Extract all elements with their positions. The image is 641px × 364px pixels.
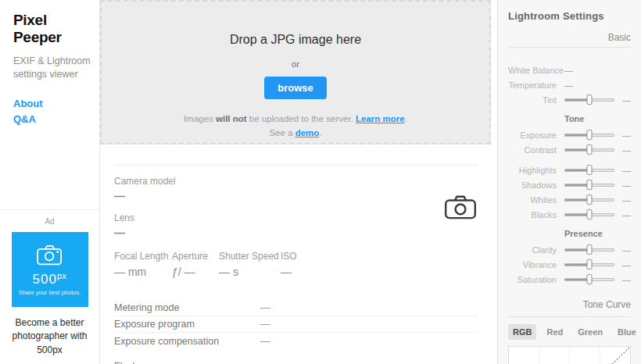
saturation-slider[interactable] xyxy=(564,274,614,284)
vibrance-label: Vibrance xyxy=(508,260,557,269)
shadows-row: Shadows — xyxy=(508,177,631,192)
tab-red[interactable]: Red xyxy=(542,324,568,340)
tint-row: Tint — xyxy=(508,92,631,107)
shadows-label: Shadows xyxy=(508,180,557,190)
note-period: . xyxy=(405,114,407,123)
metering-mode-row: Metering mode — xyxy=(114,300,478,316)
whites-slider[interactable] xyxy=(564,194,614,205)
exif-panel: Camera model — Lens — Focal Length — mm … xyxy=(100,165,497,364)
focal-length-stat: Focal Length — mm xyxy=(114,251,172,278)
highlights-value: — xyxy=(622,166,631,175)
presence-section-header: Presence xyxy=(564,229,631,238)
exposure-value: — xyxy=(622,130,631,140)
ad-tagline: Share your best photos. xyxy=(19,289,81,296)
white-balance-label: White Balance xyxy=(508,66,557,75)
clarity-label: Clarity xyxy=(508,245,557,255)
flash-row: Flash — xyxy=(114,359,478,364)
aperture-label: Aperture xyxy=(172,251,219,262)
tint-slider[interactable] xyxy=(564,95,614,105)
whites-row: Whites — xyxy=(508,192,631,207)
ad-brand-px: px xyxy=(57,272,67,280)
nav-link-about[interactable]: About xyxy=(13,98,87,109)
browse-button[interactable]: browse xyxy=(264,77,327,99)
lightroom-title: Lightroom Settings xyxy=(508,10,631,22)
main-content: Drop a JPG image here or browse Images w… xyxy=(100,0,497,364)
exif-stats-row: Focal Length — mm Aperture ƒ/ — Shutter … xyxy=(114,251,478,278)
app-subtitle: EXIF & Lightroom settings viewer xyxy=(13,55,91,81)
shutter-speed-stat: Shutter Speed — s xyxy=(219,251,281,278)
tab-blue[interactable]: Blue xyxy=(613,324,641,340)
focal-length-label: Focal Length xyxy=(114,251,172,262)
saturation-label: Saturation xyxy=(508,275,557,284)
temperature-label: Temperature xyxy=(508,80,557,90)
saturation-row: Saturation — xyxy=(508,272,631,287)
blacks-row: Blacks — xyxy=(508,207,631,222)
iso-label: ISO xyxy=(281,251,297,262)
lightroom-panel: Lightroom Settings Basic White Balance —… xyxy=(497,0,641,364)
vibrance-row: Vibrance — xyxy=(508,257,631,272)
row-gap xyxy=(114,349,478,359)
exposure-compensation-value: — xyxy=(260,336,270,347)
learn-more-link[interactable]: Learn more xyxy=(356,114,405,123)
nav-link-qa[interactable]: Q&A xyxy=(13,113,87,125)
highlights-slider[interactable] xyxy=(564,165,614,175)
tone-curve-header: Tone Curve xyxy=(508,299,631,317)
exposure-row: Exposure — xyxy=(508,127,631,142)
note-bold: will not xyxy=(216,114,247,123)
highlights-row: Highlights — xyxy=(508,162,631,177)
clarity-slider[interactable] xyxy=(564,244,614,255)
exposure-compensation-row: Exposure compensation — xyxy=(114,333,478,349)
saturation-value: — xyxy=(622,275,631,284)
temperature-value: — xyxy=(564,80,573,90)
blacks-label: Blacks xyxy=(508,210,557,219)
tint-value: — xyxy=(622,95,631,105)
note-prefix: Images xyxy=(184,114,216,123)
metering-mode-label: Metering mode xyxy=(114,302,260,313)
note-suffix: be uploaded to the server. xyxy=(247,114,356,123)
aperture-value: ƒ/ — xyxy=(172,266,219,278)
dropzone-note: Images will not be uploaded to the serve… xyxy=(102,112,489,141)
lens-label: Lens xyxy=(114,212,478,223)
tab-green[interactable]: Green xyxy=(573,324,607,340)
ad-camera-icon xyxy=(34,243,66,269)
lens-value: — xyxy=(114,227,478,239)
dropzone-or: or xyxy=(102,59,489,69)
exposure-program-label: Exposure program xyxy=(114,319,260,330)
image-dropzone[interactable]: Drop a JPG image here or browse Images w… xyxy=(100,0,491,145)
shutter-speed-label: Shutter Speed xyxy=(219,251,281,262)
focal-length-value: — mm xyxy=(114,266,172,278)
contrast-slider[interactable] xyxy=(564,145,614,155)
highlights-label: Highlights xyxy=(508,166,557,175)
vibrance-slider[interactable] xyxy=(564,259,614,269)
iso-value: — xyxy=(281,266,297,278)
ad-banner-500px[interactable]: 500 px Share your best photos. xyxy=(12,232,88,307)
pixel-peeper-app: Pixel Peeper EXIF & Lightroom settings v… xyxy=(0,0,641,364)
demo-link[interactable]: demo xyxy=(295,128,320,137)
dropzone-title: Drop a JPG image here xyxy=(102,33,489,47)
ad-brand-wordmark: 500 px xyxy=(33,273,67,286)
camera-model-label: Camera model xyxy=(114,176,478,187)
exposure-program-row: Exposure program — xyxy=(114,316,478,333)
exif-detail-rows: Metering mode — Exposure program — Expos… xyxy=(114,300,478,364)
blacks-slider[interactable] xyxy=(564,209,614,219)
flash-label: Flash xyxy=(114,361,260,364)
aperture-stat: Aperture ƒ/ — xyxy=(172,251,219,278)
temperature-row: Temperature — xyxy=(508,77,631,92)
exif-divider xyxy=(114,165,478,166)
shutter-speed-value: — s xyxy=(219,266,281,278)
sidebar-nav: About Q&A xyxy=(13,98,87,125)
ad-caption: Become a better photographer with 500px xyxy=(9,316,91,357)
iso-stat: ISO — xyxy=(281,251,297,278)
clarity-value: — xyxy=(622,245,631,255)
left-sidebar: Pixel Peeper EXIF & Lightroom settings v… xyxy=(0,0,100,364)
contrast-row: Contrast — xyxy=(508,142,631,157)
tone-curve-graph xyxy=(508,346,631,364)
demo-period: . xyxy=(319,128,321,137)
tab-rgb[interactable]: RGB xyxy=(508,324,536,340)
exposure-slider[interactable] xyxy=(564,130,614,140)
ad-brand-500: 500 xyxy=(33,273,57,286)
ad-label: Ad xyxy=(0,217,99,226)
shadows-slider[interactable] xyxy=(564,180,614,190)
vibrance-value: — xyxy=(622,260,631,269)
white-balance-row: White Balance — xyxy=(508,62,631,77)
